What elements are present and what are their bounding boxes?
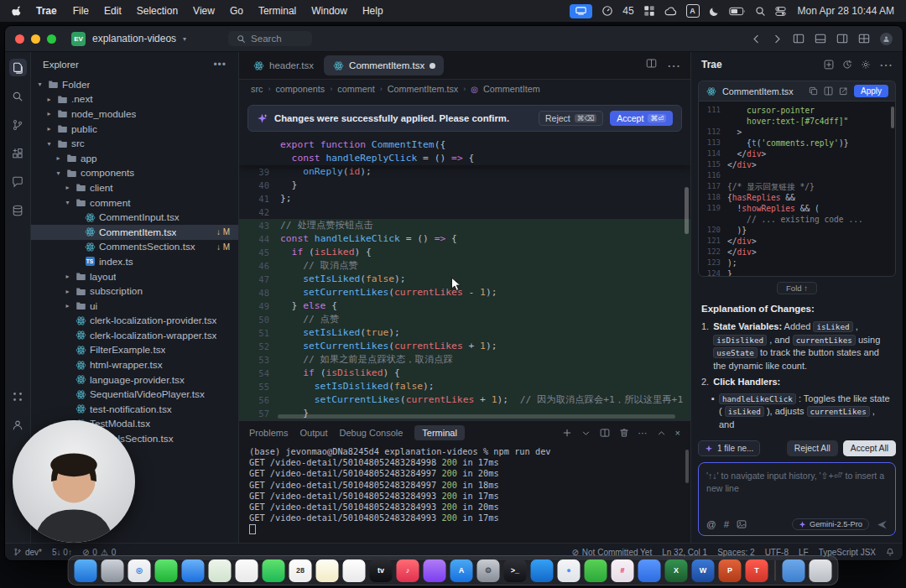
tree-file-commentitem-tsx[interactable]: CommentItem.tsx↓ M: [31, 225, 238, 240]
forward-icon[interactable]: [772, 34, 783, 44]
tree-file-commentssection-tsx[interactable]: CommentsSection.tsx↓ M: [31, 240, 238, 255]
dock-app-finder[interactable]: [75, 559, 97, 582]
spotlight-icon[interactable]: [755, 6, 766, 17]
window-manager-icon[interactable]: [643, 5, 655, 17]
tree-folder-public[interactable]: ▸public: [31, 122, 238, 137]
tree-file-html-wrapper-tsx[interactable]: html-wrapper.tsx: [31, 357, 238, 372]
terminal-tab-output[interactable]: Output: [299, 428, 327, 438]
terminal-tab-problems[interactable]: Problems: [249, 428, 288, 438]
editor-more-icon[interactable]: ⋯: [667, 58, 680, 74]
chat-input-box[interactable]: '↑↓' to navigate input history, '⇧+⏎' to…: [698, 462, 896, 536]
reject-button[interactable]: Reject ⌘⌫: [539, 111, 603, 126]
dock-app-app-store[interactable]: A: [450, 559, 473, 582]
extensions-icon[interactable]: [9, 144, 27, 162]
open-file-icon[interactable]: [839, 86, 848, 96]
layout-icon[interactable]: [858, 33, 870, 44]
dock-app-facetime[interactable]: [263, 559, 285, 582]
code-line[interactable]: 43// 处理点赞按钮点击: [239, 219, 690, 232]
menu-item-terminal[interactable]: Terminal: [258, 5, 296, 17]
sync-indicator[interactable]: 5↓ 0↑: [52, 548, 72, 557]
battery-icon[interactable]: [729, 7, 746, 16]
editor-vertical-scrollbar[interactable]: [685, 187, 689, 234]
gauge-icon[interactable]: [601, 5, 613, 17]
kill-terminal-icon[interactable]: [619, 428, 629, 438]
dock-app-trae[interactable]: T: [746, 559, 768, 582]
apps-grid-icon[interactable]: [9, 388, 27, 405]
dock-app-word[interactable]: W: [692, 559, 715, 582]
dock-app-notes[interactable]: [316, 559, 339, 582]
webcam-overlay[interactable]: [13, 420, 135, 543]
settings-gear-icon[interactable]: [861, 60, 871, 70]
dock-app-trash[interactable]: [810, 559, 832, 582]
dock-app-slack[interactable]: #: [612, 559, 634, 582]
code-line[interactable]: 44const handleLikeClick = () => {: [239, 232, 690, 246]
dock-app-reminders[interactable]: [343, 559, 366, 582]
code-line[interactable]: 39 onReply(id);: [239, 165, 690, 179]
breadcrumb-item[interactable]: comment: [337, 84, 374, 94]
notifications-bell-icon[interactable]: [886, 548, 894, 556]
split-editor-icon[interactable]: [646, 58, 657, 69]
dock-app-terminal[interactable]: >_: [504, 559, 527, 582]
reject-all-button[interactable]: Reject All: [787, 440, 838, 456]
dock-app-vscode[interactable]: [531, 559, 554, 582]
editor-horizontal-scrollbar[interactable]: [278, 414, 675, 419]
terminal-output[interactable]: (base) jevonmao@DNa8245d4 explanation-vi…: [239, 445, 690, 543]
tree-folder-components[interactable]: ▾components: [31, 166, 238, 181]
code-line[interactable]: 53 // 如果之前是点踩状态，取消点踩: [239, 353, 690, 367]
attach-image-icon[interactable]: [737, 519, 747, 529]
maximize-panel-icon[interactable]: [657, 429, 666, 438]
tab-header-tsx[interactable]: header.tsx: [244, 55, 322, 75]
tree-file-test-notification-tsx[interactable]: test-notification.tsx: [31, 402, 238, 417]
code-line[interactable]: 50 // 点赞: [239, 313, 690, 326]
new-chat-icon[interactable]: [824, 60, 834, 70]
apply-button[interactable]: Apply: [854, 85, 888, 97]
screen-mirroring-indicator[interactable]: [570, 4, 592, 18]
dock-app-maps[interactable]: [209, 559, 232, 582]
dock-app-powerpoint[interactable]: P: [719, 559, 742, 582]
tree-folder-folder[interactable]: ▾Folder: [31, 77, 238, 92]
apple-menu-icon[interactable]: [12, 5, 23, 17]
menu-item-selection[interactable]: Selection: [137, 5, 178, 17]
toggle-right-sidebar-icon[interactable]: [836, 33, 848, 44]
dock-app-wechat[interactable]: [585, 559, 607, 582]
dock-app-messages[interactable]: [155, 559, 178, 582]
terminal-more-icon[interactable]: ⋯: [638, 428, 648, 439]
send-icon[interactable]: [877, 519, 888, 530]
tree-folder-layout[interactable]: ▸layout: [31, 269, 238, 284]
back-icon[interactable]: [751, 34, 762, 44]
accept-all-button[interactable]: Accept All: [843, 440, 896, 456]
context-hash-icon[interactable]: #: [724, 519, 729, 529]
explorer-view-icon[interactable]: [9, 59, 27, 76]
code-editor[interactable]: export function CommentItem({ const hand…: [239, 138, 690, 420]
tab-commentitem-tsx[interactable]: CommentItem.tsx: [324, 55, 444, 75]
tree-file-index-ts[interactable]: TSindex.ts: [31, 254, 238, 269]
tree-folder-client[interactable]: ▸client: [31, 180, 238, 195]
menu-item-file[interactable]: File: [73, 5, 89, 17]
breadcrumb-item[interactable]: components: [275, 84, 325, 94]
code-line[interactable]: 47 setIsLiked(false);: [239, 273, 690, 286]
menu-item-help[interactable]: Help: [362, 5, 383, 17]
panel-more-icon[interactable]: ⋯: [879, 57, 893, 73]
code-line[interactable]: 52 setCurrentLikes(currentLikes + 1);: [239, 340, 690, 353]
tree-folder-node-modules[interactable]: ▸node_modules: [31, 107, 238, 122]
code-line[interactable]: 55 setIsDisliked(false);: [239, 380, 690, 393]
dock-app-podcasts[interactable]: [424, 559, 446, 582]
code-line[interactable]: 54 if (isDisliked) {: [239, 367, 690, 380]
history-icon[interactable]: [842, 60, 852, 70]
toggle-panel-icon[interactable]: [815, 33, 826, 44]
terminal-tab-debug-console[interactable]: Debug Console: [340, 428, 404, 438]
terminal-dropdown-icon[interactable]: [581, 429, 591, 438]
chevron-down-icon[interactable]: ▾: [183, 35, 186, 43]
focus-moon-icon[interactable]: [709, 6, 720, 17]
menu-item-window[interactable]: Window: [311, 5, 347, 17]
dock-app-system-settings[interactable]: ⚙: [477, 559, 500, 582]
account-avatar[interactable]: [880, 33, 893, 45]
code-line[interactable]: 48 setCurrentLikes(currentLikes - 1);: [239, 286, 690, 299]
menu-app-name[interactable]: Trae: [36, 5, 57, 17]
open-diff-icon[interactable]: [824, 86, 833, 96]
close-panel-icon[interactable]: ×: [675, 428, 680, 438]
terminal-tab-terminal[interactable]: Terminal: [414, 425, 465, 440]
dock-app-tv[interactable]: tv: [370, 559, 393, 582]
dock-app-safari[interactable]: ◎: [128, 559, 151, 582]
input-source-icon[interactable]: A: [686, 4, 700, 18]
